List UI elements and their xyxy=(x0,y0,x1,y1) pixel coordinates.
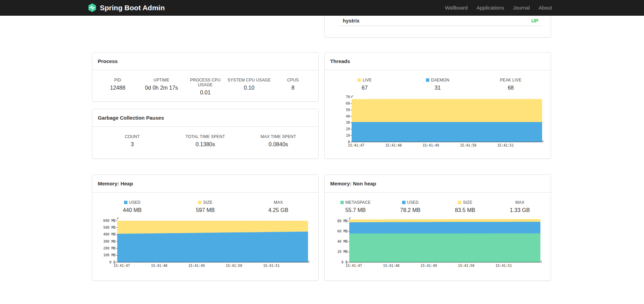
stat-value: 0.10 xyxy=(227,85,271,91)
svg-text:15:41:49: 15:41:49 xyxy=(423,143,439,147)
process-stat-2: PROCESS CPU USAGE0.01 xyxy=(183,78,227,96)
threads-panel: Threads LIVE67DAEMON31PEAK LIVE68 010203… xyxy=(324,52,551,159)
svg-text:20: 20 xyxy=(346,127,350,131)
stat-label: USED xyxy=(96,200,169,205)
svg-text:40 MB: 40 MB xyxy=(337,240,348,243)
gc-stat-2: MAX TIME SPENT0.0840s xyxy=(242,134,315,148)
stat-label: UPTIME xyxy=(140,78,184,82)
svg-text:40: 40 xyxy=(346,115,350,118)
stat-value: 1.33 GB xyxy=(492,207,547,213)
svg-text:50: 50 xyxy=(346,108,350,112)
stat-value: 83.5 MB xyxy=(438,207,493,213)
area-chart-svg: 0 B20 MB40 MB60 MB80 MB15:41:4715:41:481… xyxy=(336,216,541,268)
health-status-panel: hystrix UP xyxy=(324,15,551,37)
memory-heap-panel: Memory: Heap USED440 MBSIZE597 MBMAX4.25… xyxy=(92,174,319,281)
area-chart-svg: 0 B100 MB200 MB300 MB400 MB500 MB600 MB1… xyxy=(102,216,309,268)
memory-heap-legend: USED440 MBSIZE597 MBMAX4.25 GB xyxy=(92,193,318,213)
nonheap-legend-item-1: USED78.2 MB xyxy=(383,200,438,213)
navbar: Spring Boot Admin Wallboard Applications… xyxy=(0,0,644,16)
memory-heap-panel-title: Memory: Heap xyxy=(92,175,318,193)
svg-text:15:41:51: 15:41:51 xyxy=(495,264,512,268)
svg-text:200 MB: 200 MB xyxy=(103,246,116,250)
stat-value: 597 MB xyxy=(169,207,242,213)
nonheap-legend-item-2: SIZE83.5 MB xyxy=(438,200,493,213)
process-stat-0: PID12488 xyxy=(96,78,140,96)
legend-swatch xyxy=(357,78,361,82)
stat-label: SIZE xyxy=(169,200,242,205)
gc-panel-title: Garbage Collection Pauses xyxy=(92,109,318,127)
threads-legend-item-0: LIVE67 xyxy=(328,78,401,91)
nav-item-journal[interactable]: Journal xyxy=(509,5,534,11)
legend-swatch xyxy=(340,201,344,204)
svg-text:0 B: 0 B xyxy=(341,260,348,264)
svg-text:15:41:51: 15:41:51 xyxy=(263,264,279,268)
stat-label: METASPACE xyxy=(328,200,383,205)
nav-item-about[interactable]: About xyxy=(534,5,552,11)
stat-value: 3 xyxy=(96,141,169,148)
stat-label: CPUS xyxy=(271,78,315,82)
gc-stats: COUNT3TOTAL TIME SPENT0.1380sMAX TIME SP… xyxy=(92,127,318,148)
stat-label: PROCESS CPU USAGE xyxy=(183,78,227,87)
svg-text:100 MB: 100 MB xyxy=(103,253,116,257)
stat-value: 55.7 MB xyxy=(328,207,383,213)
svg-text:60 MB: 60 MB xyxy=(337,229,348,233)
stat-value: 78.2 MB xyxy=(383,207,438,213)
svg-text:15:41:50: 15:41:50 xyxy=(226,264,242,268)
threads-legend-item-1: DAEMON31 xyxy=(401,78,474,91)
stat-label: MAX TIME SPENT xyxy=(242,134,315,139)
stat-value: 31 xyxy=(401,85,474,91)
memory-nonheap-legend: METASPACE55.7 MBUSED78.2 MBSIZE83.5 MBMA… xyxy=(325,193,551,213)
brand-title: Spring Boot Admin xyxy=(100,4,165,12)
svg-text:15:41:47: 15:41:47 xyxy=(346,264,362,268)
threads-chart: 01020304050607015:41:4715:41:4815:41:491… xyxy=(344,94,543,148)
stat-label: SIZE xyxy=(438,200,493,205)
health-indicator-row: hystrix UP xyxy=(339,15,542,26)
gc-stat-0: COUNT3 xyxy=(96,134,169,148)
process-panel-title: Process xyxy=(92,52,318,70)
svg-text:15:41:48: 15:41:48 xyxy=(383,264,399,268)
svg-text:10: 10 xyxy=(346,134,350,137)
legend-swatch xyxy=(124,201,127,204)
stat-value: 12488 xyxy=(96,85,140,91)
svg-text:400 MB: 400 MB xyxy=(103,232,116,236)
legend-swatch xyxy=(402,201,405,204)
stat-label: SYSTEM CPU USAGE xyxy=(227,78,271,82)
svg-text:15:41:50: 15:41:50 xyxy=(460,143,476,147)
threads-legend: LIVE67DAEMON31PEAK LIVE68 xyxy=(325,70,551,91)
svg-text:15:41:47: 15:41:47 xyxy=(348,143,364,147)
nav-item-applications[interactable]: Applications xyxy=(472,5,509,11)
stat-value: 0.1380s xyxy=(169,141,242,148)
svg-text:15:41:49: 15:41:49 xyxy=(420,264,437,268)
stat-value: 0.01 xyxy=(183,90,227,96)
stat-value: 0.0840s xyxy=(242,141,315,148)
svg-text:15:41:50: 15:41:50 xyxy=(458,264,474,268)
stat-label: PID xyxy=(96,78,140,82)
health-status-badge: UP xyxy=(531,18,538,24)
nav-item-wallboard[interactable]: Wallboard xyxy=(441,5,472,11)
svg-text:0: 0 xyxy=(348,140,350,144)
heap-legend-item-0: USED440 MB xyxy=(96,200,169,213)
stat-value: 68 xyxy=(474,85,547,91)
stat-label: PEAK LIVE xyxy=(474,78,547,82)
legend-swatch xyxy=(426,78,429,82)
process-stat-1: UPTIME0d 0h 2m 17s xyxy=(140,78,184,96)
legend-swatch xyxy=(198,201,201,204)
memory-nonheap-chart: 0 B20 MB40 MB60 MB80 MB15:41:4715:41:481… xyxy=(336,216,541,268)
stat-label: USED xyxy=(383,200,438,205)
legend-swatch xyxy=(458,201,461,204)
stat-value: 0d 0h 2m 17s xyxy=(140,85,184,91)
svg-text:500 MB: 500 MB xyxy=(103,226,116,229)
svg-text:30: 30 xyxy=(346,121,350,124)
svg-text:600 MB: 600 MB xyxy=(103,219,116,223)
heap-legend-item-2: MAX4.25 GB xyxy=(242,200,315,213)
process-stat-3: SYSTEM CPU USAGE0.10 xyxy=(227,78,271,96)
stat-value: 8 xyxy=(271,85,315,91)
memory-nonheap-panel: Memory: Non heap METASPACE55.7 MBUSED78.… xyxy=(324,174,551,281)
svg-text:15:41:48: 15:41:48 xyxy=(385,143,402,147)
stat-label: MAX xyxy=(492,200,547,205)
nonheap-legend-item-3: MAX1.33 GB xyxy=(492,200,547,213)
threads-legend-item-2: PEAK LIVE68 xyxy=(474,78,547,91)
brand-link[interactable]: Spring Boot Admin xyxy=(88,0,165,15)
svg-text:80 MB: 80 MB xyxy=(337,219,348,223)
navbar-menu: Wallboard Applications Journal About xyxy=(441,0,552,15)
